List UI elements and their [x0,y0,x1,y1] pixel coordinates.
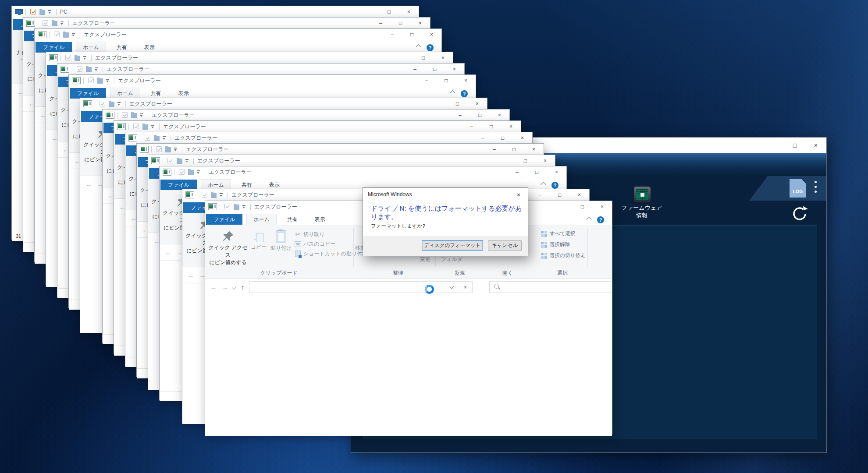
close-button[interactable]: × [512,132,532,144]
quick-access-properties-icon[interactable] [156,146,163,153]
new-folder-icon[interactable] [154,136,160,141]
minimize-button[interactable]: – [450,109,470,121]
forward-button[interactable]: → [222,279,228,295]
maximize-button[interactable]: □ [425,64,445,75]
file-list-area[interactable] [205,295,612,426]
tab-view[interactable]: 表示 [172,88,196,99]
back-button[interactable]: ← [210,279,217,295]
customize-toolbar-icon[interactable] [140,113,143,117]
new-folder-icon[interactable] [211,193,217,198]
customize-toolbar-icon[interactable] [72,33,75,36]
maximize-button[interactable]: □ [448,98,467,109]
close-button[interactable]: × [501,121,521,132]
title-bar[interactable]: エクスプローラー – □ × [160,166,566,178]
maximize-button[interactable]: □ [516,155,535,166]
new-folder-icon[interactable] [75,56,80,61]
title-bar[interactable]: エクスプローラー – □ × [80,98,487,109]
back-button[interactable]: ← [85,176,92,192]
minimize-button[interactable]: – [462,121,481,132]
customize-toolbar-icon[interactable] [83,56,87,60]
new-folder-icon[interactable] [142,124,148,130]
new-folder-icon[interactable] [39,10,45,15]
menu-dots-icon[interactable] [815,181,817,193]
title-bar[interactable]: PC – □ × [12,6,419,18]
title-bar[interactable]: エクスプローラー – □ × [23,18,430,29]
customize-toolbar-icon[interactable] [185,159,189,162]
close-button[interactable]: × [467,98,487,109]
quick-access-properties-icon[interactable] [30,8,37,15]
title-bar[interactable]: エクスプローラー – □ × [103,109,509,121]
minimize-button[interactable]: – [394,52,413,64]
minimize-button[interactable]: – [553,201,573,212]
copy-button[interactable]: コピー [249,228,268,251]
address-bar[interactable] [249,281,445,293]
title-bar[interactable]: エクスプローラー – □ × [114,121,521,132]
close-button[interactable]: × [569,189,589,201]
customize-toolbar-icon[interactable] [151,125,155,128]
customize-toolbar-icon[interactable] [48,10,52,14]
quick-access-properties-icon[interactable] [76,66,83,73]
close-button[interactable]: × [547,166,566,178]
title-bar[interactable]: エクスプローラー – □ × [125,132,532,144]
new-folder-icon[interactable] [109,102,114,107]
recent-locations-icon[interactable] [232,286,236,290]
select-none-button[interactable]: 選択解除 [541,239,611,250]
maximize-button[interactable]: □ [379,6,399,18]
minimize-button[interactable]: – [382,29,402,40]
quick-access-properties-icon[interactable] [224,203,231,210]
help-icon[interactable]: ? [427,44,434,51]
copy-path-button[interactable]: W パスのコピー [295,239,360,249]
tab-share[interactable]: 共有 [110,42,134,53]
new-folder-icon[interactable] [234,205,239,210]
close-button[interactable]: × [524,144,544,155]
tab-file[interactable]: ファイル [70,88,106,99]
select-all-button[interactable]: すべて選択 [541,228,611,239]
close-button[interactable]: × [805,138,826,153]
pin-to-quick-access-button[interactable]: クイック アクセスにピン留めする [208,228,248,266]
quick-access-properties-icon[interactable] [121,112,128,119]
back-button[interactable]: ← [165,244,171,260]
maximize-button[interactable]: □ [470,109,490,121]
close-button[interactable]: × [399,6,419,18]
maximize-button[interactable]: □ [391,18,410,29]
tab-home[interactable]: ホーム [76,42,106,53]
minimize-button[interactable]: – [763,138,784,153]
minimize-button[interactable]: – [484,144,504,155]
quick-access-properties-icon[interactable] [42,20,49,27]
close-icon[interactable]: × [509,188,528,201]
title-bar[interactable]: エクスプローラー – □ × [35,29,441,40]
help-icon[interactable]: ? [551,182,559,189]
close-button[interactable]: × [433,52,453,64]
cancel-button[interactable]: キャンセル [488,240,522,251]
new-folder-icon[interactable] [131,113,137,118]
quick-access-properties-icon[interactable] [65,54,72,61]
quick-access-properties-icon[interactable] [133,123,140,130]
close-button[interactable]: × [592,201,612,212]
minimize-button[interactable]: – [530,189,550,201]
new-folder-icon[interactable] [52,21,57,26]
help-icon[interactable]: ? [461,90,468,97]
quick-access-properties-icon[interactable] [53,31,60,38]
tab-file[interactable]: ファイル [36,42,72,53]
customize-toolbar-icon[interactable] [106,79,110,82]
close-button[interactable]: × [490,109,509,121]
dialog-title-bar[interactable]: Microsoft Windows × [363,188,528,201]
invert-selection-button[interactable]: 選択の切り替え [541,250,611,261]
maximize-button[interactable]: □ [784,138,805,153]
collapse-ribbon-icon[interactable] [586,216,592,222]
maximize-button[interactable]: □ [436,75,456,86]
minimize-button[interactable]: – [473,132,493,144]
maximize-button[interactable]: □ [573,201,592,212]
back-button[interactable]: ← [188,267,194,283]
collapse-ribbon-icon[interactable] [450,90,455,96]
refresh-icon[interactable] [791,205,808,222]
search-input[interactable] [489,281,611,293]
customize-toolbar-icon[interactable] [242,205,246,208]
new-folder-icon[interactable] [63,32,69,38]
maximize-button[interactable]: □ [402,29,422,40]
quick-access-properties-icon[interactable] [144,134,151,141]
paste-button[interactable]: 貼り付け [269,228,293,252]
cut-button[interactable]: ✂ 切り取り [295,229,360,239]
close-button[interactable]: × [445,64,464,75]
title-bar[interactable]: エクスプローラー – □ × [46,52,453,64]
